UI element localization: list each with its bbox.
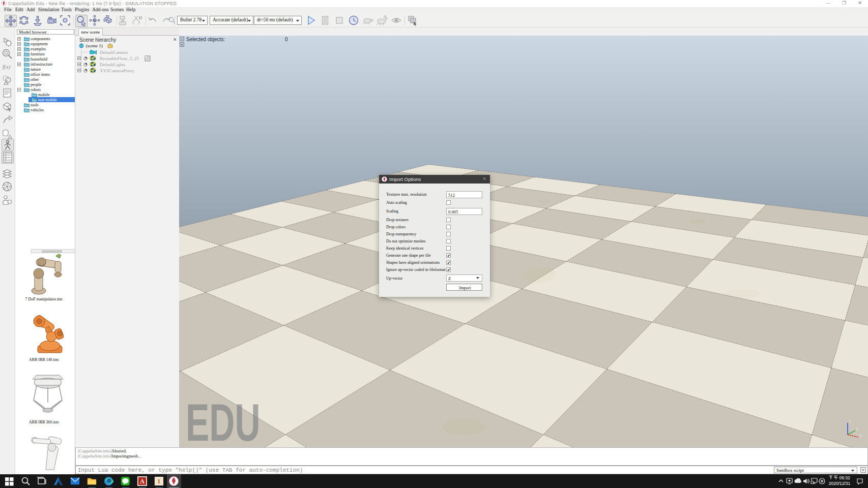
- svg-text:x: x: [860, 434, 862, 437]
- svg-text:A: A: [140, 478, 144, 485]
- svg-text:z: z: [849, 419, 851, 423]
- svg-text:y: y: [856, 426, 858, 431]
- svg-text:f(x): f(x): [3, 64, 11, 70]
- svg-text:I: I: [158, 478, 160, 485]
